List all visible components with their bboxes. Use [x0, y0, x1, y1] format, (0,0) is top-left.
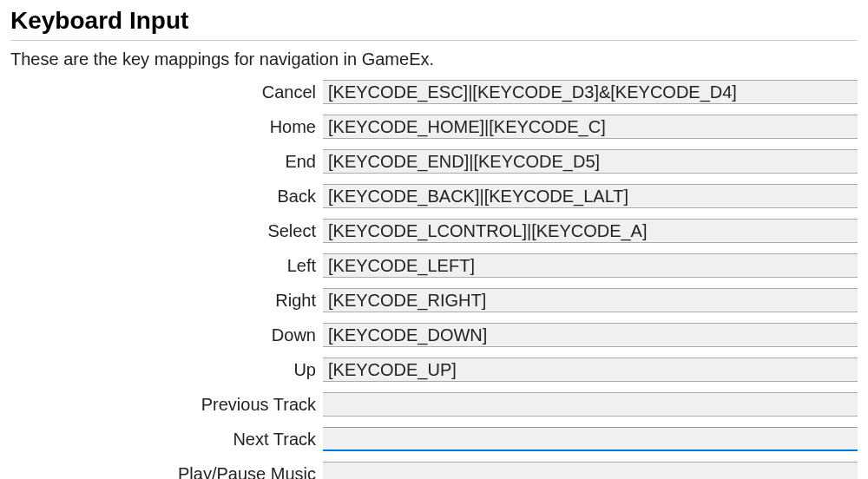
- mapping-row: Back: [10, 184, 858, 208]
- mapping-label: Previous Track: [10, 395, 323, 415]
- mapping-row: Play/Pause Music: [10, 462, 858, 479]
- page-description: These are the key mappings for navigatio…: [10, 49, 858, 69]
- mapping-label: Cancel: [10, 82, 323, 102]
- mapping-input[interactable]: [323, 358, 858, 382]
- mapping-row: Previous Track: [10, 392, 858, 417]
- mapping-label: Play/Pause Music: [10, 464, 323, 480]
- mapping-input[interactable]: [323, 288, 858, 312]
- page-title: Keyboard Input: [10, 7, 858, 35]
- mapping-row: Left: [10, 253, 858, 278]
- mapping-label: Down: [10, 325, 323, 345]
- mapping-input[interactable]: [323, 149, 858, 174]
- mapping-input[interactable]: [323, 462, 858, 479]
- mapping-input[interactable]: [323, 323, 858, 347]
- mapping-label: Left: [10, 256, 323, 276]
- mapping-row: Right: [10, 288, 858, 312]
- mapping-label: Right: [10, 291, 323, 311]
- mapping-row: Next Track: [10, 427, 858, 451]
- mapping-input[interactable]: [323, 184, 858, 208]
- mapping-input[interactable]: [323, 253, 858, 278]
- mapping-input[interactable]: [323, 392, 858, 417]
- mapping-input[interactable]: [323, 219, 858, 243]
- mapping-label: Next Track: [10, 430, 323, 449]
- mapping-input[interactable]: [323, 427, 858, 451]
- mapping-input[interactable]: [323, 115, 858, 139]
- mapping-row: End: [10, 149, 858, 174]
- mapping-label: Select: [10, 221, 323, 241]
- mapping-row: Cancel: [10, 80, 858, 104]
- mapping-label: Up: [10, 360, 323, 380]
- mapping-row: Home: [10, 115, 858, 139]
- mapping-label: Back: [10, 187, 323, 207]
- mapping-row: Up: [10, 358, 858, 382]
- title-divider: [10, 40, 858, 41]
- key-mappings-form: CancelHomeEndBackSelectLeftRightDownUpPr…: [10, 80, 858, 479]
- mapping-label: End: [10, 152, 323, 172]
- mapping-row: Down: [10, 323, 858, 347]
- mapping-label: Home: [10, 117, 323, 137]
- mapping-row: Select: [10, 219, 858, 243]
- mapping-input[interactable]: [323, 80, 858, 104]
